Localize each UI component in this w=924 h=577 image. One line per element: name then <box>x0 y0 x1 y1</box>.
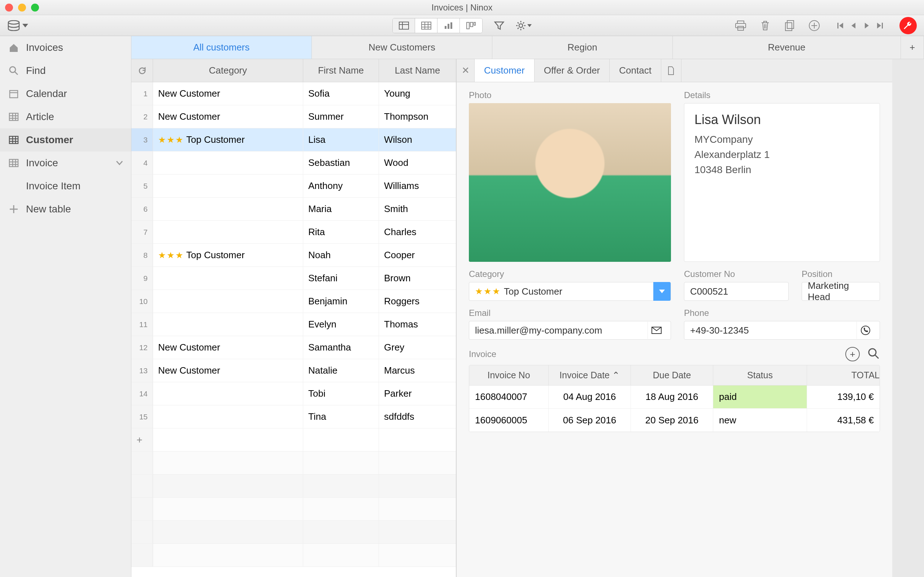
cell-first-name: Summer <box>303 105 379 128</box>
search-invoice-button[interactable] <box>867 347 880 361</box>
table-row[interactable]: 9StefaniBrown <box>131 267 456 290</box>
close-icon: ✕ <box>462 65 470 76</box>
cell-category: New Customer <box>153 336 303 359</box>
add-record-button[interactable] <box>806 18 822 33</box>
add-view-tab-button[interactable]: + <box>901 36 924 59</box>
table-header: Category First Name Last Name <box>131 59 456 82</box>
table-row[interactable]: 15Tinasdfddfs <box>131 405 456 429</box>
duplicate-button[interactable] <box>782 18 798 33</box>
filter-button[interactable] <box>491 18 507 33</box>
invoice-row[interactable]: 160906000506 Sep 201620 Sep 2016new431,5… <box>469 409 880 432</box>
table-row[interactable]: 4SebastianWood <box>131 152 456 174</box>
sidebar-item-find[interactable]: Find <box>0 59 131 82</box>
row-number: 4 <box>131 152 153 174</box>
sidebar-item-article[interactable]: Article <box>0 105 131 128</box>
view-chart-button[interactable] <box>438 18 460 33</box>
nav-next-button[interactable] <box>863 22 871 29</box>
close-window-button[interactable] <box>5 3 13 11</box>
database-menu-button[interactable] <box>7 20 28 31</box>
mail-icon[interactable] <box>648 322 665 339</box>
column-header-last-name[interactable]: Last Name <box>379 59 456 82</box>
cell-category <box>153 174 303 197</box>
add-invoice-button[interactable]: + <box>845 347 860 361</box>
invoice-col-date[interactable]: Invoice Date ⌃ <box>549 365 631 385</box>
view-tab-revenue[interactable]: Revenue <box>673 36 901 59</box>
close-detail-button[interactable]: ✕ <box>457 59 475 82</box>
customer-no-field[interactable]: C000521 <box>684 282 789 301</box>
settings-button[interactable] <box>516 18 531 33</box>
detail-tab-offer-order[interactable]: Offer & Order <box>535 59 610 82</box>
minimize-window-button[interactable] <box>18 3 26 11</box>
row-number: 10 <box>131 290 153 313</box>
column-header-first-name[interactable]: First Name <box>303 59 379 82</box>
table-row[interactable]: 10BenjaminRoggers <box>131 290 456 313</box>
customer-photo[interactable] <box>469 103 671 262</box>
cell-last-name: Wilson <box>379 128 456 151</box>
email-label: Email <box>469 308 671 318</box>
invoice-col-due[interactable]: Due Date <box>631 365 713 385</box>
view-tab-all-customers[interactable]: All customers <box>131 36 312 59</box>
email-field[interactable]: liesa.miller@my-company.com <box>469 321 671 340</box>
view-table-button[interactable] <box>415 18 438 33</box>
svg-rect-11 <box>451 23 452 29</box>
nav-last-button[interactable] <box>876 22 884 29</box>
detail-tab-customer[interactable]: Customer <box>475 59 535 82</box>
dropdown-button[interactable] <box>653 282 670 301</box>
table-row[interactable]: 8★★★ Top CustomerNoahCooper <box>131 244 456 267</box>
invoice-col-status[interactable]: Status <box>713 365 807 385</box>
sidebar-item-invoice[interactable]: Invoice <box>0 152 131 174</box>
table-row[interactable]: 13New CustomerNatalieMarcus <box>131 359 456 382</box>
phone-field[interactable]: +49-30-12345 <box>684 321 880 340</box>
empty-row <box>131 544 456 567</box>
sidebar-item-label: Customer <box>26 134 73 146</box>
table-row[interactable]: 5AnthonyWilliams <box>131 174 456 198</box>
svg-line-60 <box>875 355 879 358</box>
add-row-button[interactable]: + <box>131 429 456 451</box>
category-select[interactable]: ★★★ Top Customer <box>469 282 671 301</box>
view-tab-new-customers[interactable]: New Customers <box>312 36 492 59</box>
cell-category <box>153 313 303 336</box>
detail-tab-attachment[interactable] <box>661 59 682 82</box>
invoice-col-no[interactable]: Invoice No <box>469 365 549 385</box>
cell-total: 139,10 € <box>807 385 880 408</box>
table-row[interactable]: 7RitaCharles <box>131 221 456 244</box>
refresh-button[interactable] <box>131 59 153 82</box>
cell-last-name: Cooper <box>379 244 456 266</box>
position-field[interactable]: Marketing Head <box>802 282 880 301</box>
admin-button[interactable] <box>900 17 917 34</box>
view-tab-region[interactable]: Region <box>492 36 673 59</box>
sidebar-item-invoices-home[interactable]: Invoices <box>0 36 131 59</box>
sidebar-item-invoice-item[interactable]: Invoice Item <box>0 174 131 198</box>
chevron-down-icon <box>527 24 531 27</box>
column-header-category[interactable]: Category <box>153 59 303 82</box>
cell-first-name: Stefani <box>303 267 379 290</box>
cell-first-name: Maria <box>303 198 379 220</box>
nav-first-button[interactable] <box>837 22 845 29</box>
view-tabs: All customers New Customers Region Reven… <box>131 36 924 59</box>
sidebar-item-new-table[interactable]: New table <box>0 198 131 221</box>
invoice-col-total[interactable]: TOTAL <box>807 365 880 385</box>
table-row[interactable]: 1New CustomerSofiaYoung <box>131 82 456 105</box>
delete-button[interactable] <box>757 18 773 33</box>
detail-tab-contact[interactable]: Contact <box>610 59 661 82</box>
sidebar-item-calendar[interactable]: Calendar <box>0 82 131 105</box>
kanban-view-icon <box>466 22 476 29</box>
table-row[interactable]: 2New CustomerSummerThompson <box>131 105 456 128</box>
view-form-button[interactable] <box>393 18 415 33</box>
table-row[interactable]: 3★★★ Top CustomerLisaWilson <box>131 128 456 152</box>
table-row[interactable]: 12New CustomerSamanthaGrey <box>131 336 456 359</box>
phone-icon[interactable] <box>856 322 874 339</box>
svg-rect-14 <box>474 23 475 25</box>
cell-category: ★★★ Top Customer <box>153 128 303 151</box>
invoice-row[interactable]: 160804000704 Aug 201618 Aug 2016paid139,… <box>469 385 880 409</box>
svg-rect-13 <box>470 23 473 27</box>
table-row[interactable]: 14TobiParker <box>131 382 456 405</box>
table-row[interactable]: 11EvelynThomas <box>131 313 456 336</box>
view-kanban-button[interactable] <box>460 18 482 33</box>
zoom-window-button[interactable] <box>31 3 39 11</box>
sidebar-item-customer[interactable]: Customer <box>0 128 131 152</box>
nav-prev-button[interactable] <box>850 22 858 29</box>
print-button[interactable] <box>733 18 749 33</box>
cell-last-name: sdfddfs <box>379 405 456 428</box>
table-row[interactable]: 6MariaSmith <box>131 198 456 221</box>
